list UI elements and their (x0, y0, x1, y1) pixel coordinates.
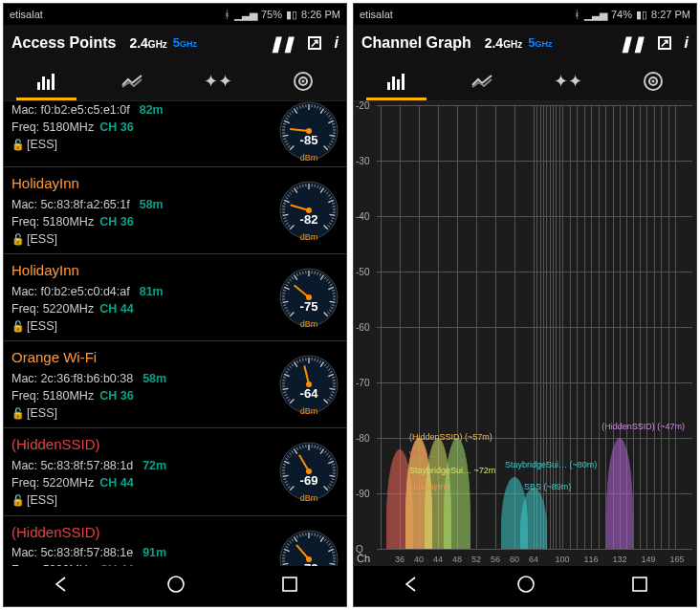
channel: CH 36 (99, 389, 133, 403)
mac: Mac: 2c:36:f8:b6:b0:38 (11, 372, 133, 385)
pause-icon[interactable]: ❚❚ (620, 34, 645, 53)
ssid: (HiddenSSID) (11, 522, 275, 543)
nav-back[interactable] (51, 574, 72, 599)
distance: 58m (140, 198, 164, 211)
x-tick: 44 (433, 555, 443, 564)
android-navbar (4, 566, 346, 606)
y-tick: -60 (356, 322, 369, 333)
x-tick: 116 (583, 555, 598, 564)
y-tick: -80 (356, 433, 369, 444)
band-24[interactable]: 2.4GHz (129, 35, 166, 51)
frequency: Freq: 5220MHz (11, 302, 94, 316)
app-bar: Access Points 2.4GHz 5GHz ❚❚ ↗ i (4, 25, 346, 61)
battery-icon: ▮▯ (286, 9, 297, 21)
x-tick: 56 (491, 555, 500, 564)
android-navbar (354, 566, 696, 606)
access-point-row[interactable]: (HiddenSSID) Mac: 5c:83:8f:57:88:1e91m F… (4, 516, 346, 567)
svg-rect-285 (387, 82, 390, 90)
channel-graph[interactable]: -20-30-40-50-60-70-80-90Q364044485256606… (354, 101, 696, 566)
share-icon[interactable]: ↗ (308, 36, 321, 50)
signal-hump (606, 438, 633, 549)
phone-left: etisalat ᚼ ▁▃▅ 75% ▮▯ 8:26 PM Access Poi… (3, 3, 347, 607)
signal-gauge: -69 dBm (279, 442, 339, 507)
ssid: (HiddenSSID) (11, 434, 275, 455)
share-icon[interactable]: ↗ (658, 36, 671, 50)
mac: Mac: f0:b2:e5:c0:d4:af (11, 285, 130, 298)
distance: 81m (140, 285, 164, 298)
app-bar: Channel Graph 2.4GHz 5GHz ❚❚ ↗ i (354, 25, 696, 61)
tab-trend[interactable] (90, 61, 176, 100)
svg-rect-1 (42, 76, 45, 90)
series-label: WIFI… (409, 449, 436, 459)
nav-back[interactable] (401, 574, 422, 599)
status-bar: etisalat ᚼ ▁▃▅ 74% ▮▯ 8:27 PM (354, 4, 696, 25)
nav-home[interactable] (515, 574, 536, 599)
svg-text:dBm: dBm (300, 153, 318, 163)
tab-bar: ✦✦ (4, 61, 346, 101)
tab-stars[interactable]: ✦✦ (175, 61, 261, 100)
access-point-row[interactable]: HolidayInn Mac: 5c:83:8f:a2:65:1f58m Fre… (4, 167, 346, 254)
svg-text:-64: -64 (300, 386, 319, 401)
tab-bar: ✦✦ (354, 61, 696, 101)
series-label: (HiddenSSID) (~47m) (602, 422, 685, 431)
y-tick: -40 (356, 211, 369, 222)
access-point-list[interactable]: Mac: f0:b2:e5:c5:e1:0f82m Freq: 5180MHzC… (4, 101, 346, 566)
signal-gauge: -75 dBm (279, 268, 339, 333)
x-tick: 64 (529, 555, 538, 564)
tab-target[interactable] (611, 61, 697, 100)
mac: Mac: 5c:83:8f:57:88:1d (11, 459, 133, 472)
band-24[interactable]: 2.4GHz (485, 35, 522, 51)
tab-bars[interactable] (354, 61, 440, 100)
clock: 8:27 PM (651, 9, 690, 20)
access-point-row[interactable]: Mac: f0:b2:e5:c5:e1:0f82m Freq: 5180MHzC… (4, 101, 346, 167)
lock-icon: 🔓 (11, 139, 25, 150)
signal-gauge: -64 dBm (279, 355, 339, 420)
nav-recent[interactable] (630, 575, 649, 598)
svg-point-6 (302, 79, 305, 82)
x-tick: 100 (555, 555, 569, 564)
status-bar: etisalat ᚼ ▁▃▅ 75% ▮▯ 8:26 PM (4, 4, 346, 25)
svg-rect-293 (633, 577, 646, 591)
series-label: HolidayInn (409, 482, 450, 491)
capabilities: [ESS] (27, 319, 57, 333)
page-title: Access Points (11, 34, 116, 52)
channel: CH 44 (99, 563, 133, 566)
clock: 8:26 PM (301, 9, 340, 20)
frequency: Freq: 5220MHz (11, 563, 94, 566)
access-point-row[interactable]: HolidayInn Mac: f0:b2:e5:c0:d4:af81m Fre… (4, 254, 346, 341)
tab-stars[interactable]: ✦✦ (525, 61, 611, 100)
info-icon[interactable]: i (685, 34, 689, 52)
x-tick: 40 (414, 555, 424, 564)
tab-target[interactable] (261, 61, 347, 100)
signal-gauge: -82 dBm (279, 181, 339, 246)
lock-icon: 🔓 (11, 233, 25, 245)
signal-gauge: -85 dBm (279, 101, 339, 166)
access-point-row[interactable]: Orange Wi-Fi Mac: 2c:36:f8:b6:b0:3858m F… (4, 341, 346, 428)
frequency: Freq: 5180MHz (11, 215, 94, 229)
access-point-row[interactable]: (HiddenSSID) Mac: 5c:83:8f:57:88:1d72m F… (4, 428, 346, 515)
series-label: SBS (~89m) (524, 482, 571, 491)
y-tick: -30 (356, 156, 369, 166)
x-tick: 165 (669, 555, 684, 564)
svg-text:-85: -85 (300, 133, 318, 147)
distance: 58m (142, 372, 166, 385)
distance: 72m (142, 459, 166, 472)
battery-icon: ▮▯ (636, 9, 647, 21)
pause-icon[interactable]: ❚❚ (270, 34, 295, 53)
svg-rect-284 (283, 577, 296, 591)
svg-text:-72: -72 (300, 561, 318, 566)
channel: CH 44 (99, 476, 133, 490)
nav-recent[interactable] (280, 575, 299, 598)
distance: 82m (140, 103, 164, 117)
band-5[interactable]: 5GHz (528, 35, 552, 51)
nav-home[interactable] (165, 574, 186, 599)
x-tick: 132 (612, 555, 626, 564)
band-5[interactable]: 5GHz (173, 35, 197, 51)
tab-bars[interactable] (4, 61, 90, 100)
channel: CH 36 (99, 120, 133, 134)
distance: 91m (142, 546, 166, 559)
svg-text:-69: -69 (300, 473, 318, 488)
tab-trend[interactable] (440, 61, 526, 100)
series-label: StaybridgeSui… ~72m (409, 466, 495, 475)
info-icon[interactable]: i (335, 34, 339, 52)
